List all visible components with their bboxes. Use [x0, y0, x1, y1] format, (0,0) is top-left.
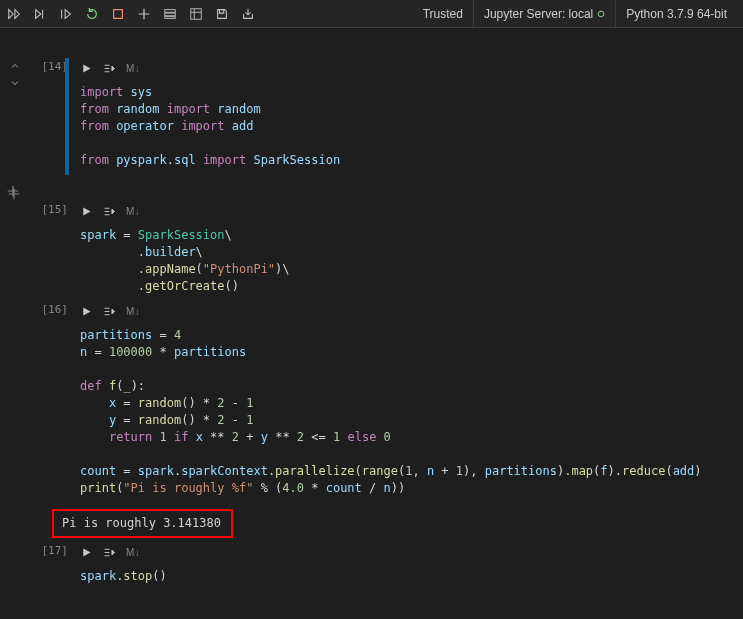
code-cell[interactable]: [14]M↓import sys from random import rand…: [0, 58, 743, 175]
markdown-toggle[interactable]: M↓: [126, 547, 140, 558]
cell-gutter: [0, 301, 30, 303]
run-below-icon[interactable]: [58, 6, 74, 22]
add-cell-icon[interactable]: [136, 6, 152, 22]
run-by-line-icon[interactable]: [103, 62, 116, 75]
svg-rect-4: [191, 8, 202, 19]
svg-rect-0: [114, 9, 123, 18]
collapse-up-icon[interactable]: [9, 60, 21, 75]
run-by-line-icon[interactable]: [103, 305, 116, 318]
cell-body: M↓partitions = 4 n = 100000 * partitions…: [72, 301, 743, 542]
execution-count: [17]: [30, 542, 72, 557]
cell-toolbar: M↓: [72, 301, 743, 321]
server-connected-icon: [597, 10, 605, 18]
run-cell-icon[interactable]: [80, 305, 93, 318]
variables-icon[interactable]: [162, 6, 178, 22]
run-by-line-icon[interactable]: [103, 205, 116, 218]
markdown-toggle[interactable]: M↓: [126, 206, 140, 217]
cell-body: M↓import sys from random import random f…: [72, 58, 743, 175]
trusted-status[interactable]: Trusted: [413, 0, 473, 28]
run-cell-icon[interactable]: [80, 62, 93, 75]
notebook-toolbar: Trusted Jupyter Server: local Python 3.7…: [0, 0, 743, 28]
execution-count: [15]: [30, 201, 72, 216]
active-cell-indicator: [65, 58, 69, 175]
run-cell-icon[interactable]: [80, 546, 93, 559]
collapse-down-icon[interactable]: [9, 77, 21, 92]
server-label: Jupyter Server: local: [484, 7, 593, 21]
run-by-line-icon[interactable]: [103, 546, 116, 559]
restart-icon[interactable]: [84, 6, 100, 22]
cell-gutter: [0, 201, 30, 203]
code-cell[interactable]: [16]M↓partitions = 4 n = 100000 * partit…: [0, 301, 743, 542]
markdown-toggle[interactable]: M↓: [126, 306, 140, 317]
code-cell[interactable]: [15]M↓spark = SparkSession\ .builder\ .a…: [0, 201, 743, 301]
cell-toolbar: M↓: [72, 542, 743, 562]
jupyter-server-status[interactable]: Jupyter Server: local: [473, 0, 615, 28]
kernel-status[interactable]: Python 3.7.9 64-bit: [615, 0, 737, 28]
run-all-icon[interactable]: [6, 6, 22, 22]
cell-body: M↓spark = SparkSession\ .builder\ .appNa…: [72, 201, 743, 301]
run-cell-icon[interactable]: [80, 205, 93, 218]
run-above-icon[interactable]: [32, 6, 48, 22]
save-icon[interactable]: [214, 6, 230, 22]
cell-body: M↓spark.stop(): [72, 542, 743, 591]
code-editor[interactable]: import sys from random import random fro…: [72, 78, 743, 175]
notebook-body: [14]M↓import sys from random import rand…: [0, 28, 743, 611]
cell-toolbar: M↓: [72, 58, 743, 78]
cell-output: Pi is roughly 3.141380: [60, 505, 743, 542]
highlighted-output: Pi is roughly 3.141380: [52, 509, 233, 538]
interrupt-icon[interactable]: [110, 6, 126, 22]
code-editor[interactable]: spark = SparkSession\ .builder\ .appName…: [72, 221, 743, 301]
cell-gutter: [0, 58, 30, 92]
svg-rect-2: [165, 13, 176, 16]
svg-rect-1: [165, 9, 176, 12]
cell-gutter: [0, 542, 30, 544]
execution-count: [16]: [30, 301, 72, 316]
outline-icon[interactable]: [188, 6, 204, 22]
code-editor[interactable]: partitions = 4 n = 100000 * partitions d…: [72, 321, 743, 503]
svg-rect-3: [165, 16, 176, 18]
export-icon[interactable]: [240, 6, 256, 22]
cell-toolbar: M↓: [72, 201, 743, 221]
code-cell[interactable]: [17]M↓spark.stop(): [0, 542, 743, 591]
svg-point-5: [598, 11, 604, 17]
markdown-toggle[interactable]: M↓: [126, 63, 140, 74]
code-editor[interactable]: spark.stop(): [72, 562, 743, 591]
